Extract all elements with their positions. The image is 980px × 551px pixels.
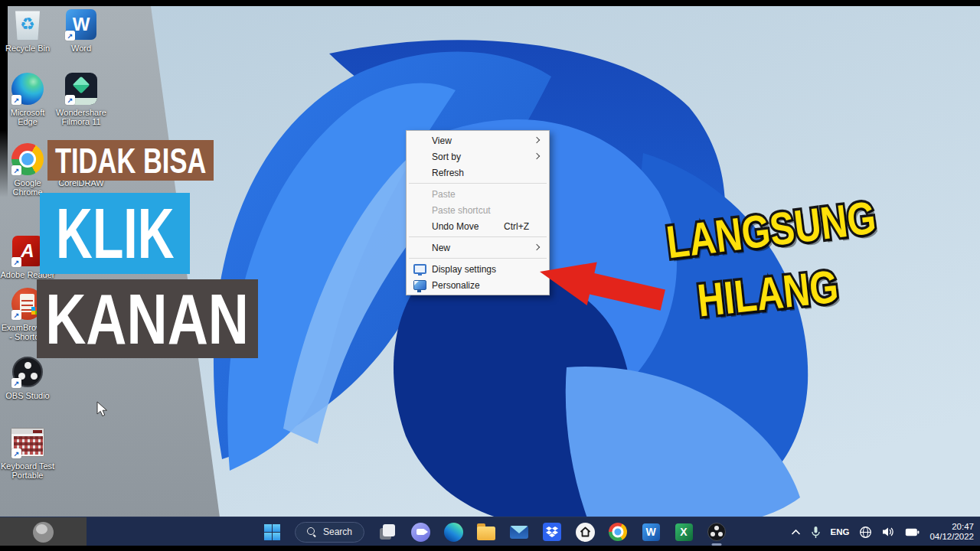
moon-circle-icon (33, 522, 54, 543)
menu-separator (409, 183, 547, 184)
chrome-taskbar-button[interactable] (608, 522, 628, 542)
icon-label: Keyboard Test Portable (0, 461, 55, 480)
red-arrow (532, 241, 685, 325)
excel-icon: X (675, 523, 693, 541)
letterbox-bottom (0, 546, 980, 551)
mouse-cursor (96, 401, 112, 418)
shortcut-arrow-icon: ↗ (65, 31, 75, 41)
menu-separator (409, 236, 547, 237)
banner-tidak-bisa: TIDAK BISA (47, 140, 214, 181)
desktop-context-menu: View Sort by Refresh Paste Paste shortcu… (406, 130, 550, 295)
system-tray: ENG 20:47 04/12/2022 (791, 517, 974, 546)
personalize-icon (413, 280, 426, 290)
excel-taskbar-button[interactable]: X (674, 522, 694, 542)
desktop-icon-word[interactable]: W ↗ Word (54, 8, 109, 53)
menu-item-sort-by[interactable]: Sort by (407, 148, 549, 165)
obs-studio-icon (707, 523, 726, 541)
banner-klik: KLIK (40, 193, 190, 274)
menu-item-paste-shortcut: Paste shortcut (407, 202, 549, 218)
desktop-icon-keyboard-test[interactable]: ↗ Keyboard Test Portable (0, 425, 55, 480)
task-view-button[interactable] (377, 522, 397, 542)
house-icon (576, 523, 595, 542)
shortcut-arrow-icon: ↗ (11, 310, 21, 320)
taskbar: Search (0, 517, 980, 546)
shortcut-arrow-icon: ↗ (11, 378, 21, 388)
menu-item-undo-move[interactable]: Undo Move Ctrl+Z (407, 218, 549, 234)
menu-item-paste: Paste (407, 186, 549, 202)
shortcut-arrow-icon: ↗ (11, 165, 21, 175)
display-settings-icon (413, 264, 426, 274)
windows-logo-icon (264, 524, 280, 540)
search-label: Search (323, 527, 352, 537)
edge-taskbar-button[interactable] (443, 522, 463, 542)
desktop-icon-obs-studio[interactable]: ↗ OBS Studio (0, 355, 55, 400)
shortcut-arrow-icon: ↗ (11, 448, 21, 458)
icon-label: Wondershare Filmora 11 (54, 108, 109, 126)
obs-taskbar-button[interactable] (707, 522, 727, 542)
taskbar-corner-overlay (0, 517, 87, 546)
microphone-icon[interactable] (811, 526, 821, 539)
desktop-icon-filmora[interactable]: ↗ Wondershare Filmora 11 (54, 72, 109, 126)
file-explorer-button[interactable] (476, 522, 496, 542)
battery-icon[interactable] (905, 528, 920, 536)
submenu-chevron-icon (534, 153, 540, 159)
start-button[interactable] (262, 522, 282, 542)
language-indicator[interactable]: ENG (831, 527, 850, 536)
menu-item-display-settings[interactable]: Display settings (407, 261, 549, 277)
folder-icon (477, 527, 495, 540)
letterbox-top (0, 0, 980, 6)
dropbox-icon (543, 523, 561, 541)
taskbar-center-icons: Search (262, 517, 727, 546)
menu-separator (409, 258, 547, 259)
shortcut-arrow-icon: ↗ (11, 95, 21, 105)
icon-label: Recycle Bin (5, 44, 50, 53)
chat-button[interactable] (410, 522, 430, 542)
menu-item-personalize[interactable]: Personalize (407, 277, 549, 293)
search-box[interactable]: Search (295, 522, 364, 543)
icon-label: Word (71, 44, 91, 53)
menu-item-refresh[interactable]: Refresh (407, 165, 549, 181)
screen: ♻ Recycle Bin W ↗ Word ↗ Microsoft Edge … (0, 0, 980, 551)
menu-item-view[interactable]: View (407, 132, 549, 148)
banner-kanan: KANAN (37, 279, 258, 358)
word-icon: W (642, 523, 660, 541)
mail-button[interactable] (509, 522, 529, 542)
volume-icon[interactable] (882, 527, 895, 537)
tray-chevron-up-icon[interactable] (791, 529, 801, 536)
icon-label: OBS Studio (5, 391, 49, 400)
icon-label: Microsoft Edge (0, 108, 55, 126)
word-taskbar-button[interactable]: W (641, 522, 661, 542)
desktop-icon-recycle-bin[interactable]: ♻ Recycle Bin (0, 8, 55, 53)
menu-item-new[interactable]: New (407, 240, 549, 256)
keyboard-shortcut: Ctrl+Z (504, 221, 529, 232)
network-globe-icon[interactable] (859, 526, 872, 539)
submenu-chevron-icon (534, 137, 540, 143)
shortcut-arrow-icon: ↗ (11, 257, 21, 267)
recycle-bin-icon: ♻ (15, 9, 40, 40)
chrome-icon (609, 523, 627, 541)
edge-icon (444, 523, 463, 542)
chat-camera-icon (411, 523, 430, 542)
tray-clock[interactable]: 20:47 04/12/2022 (929, 522, 974, 542)
tray-time: 20:47 (929, 522, 974, 532)
home-app-button[interactable] (575, 522, 595, 542)
tray-date: 04/12/2022 (929, 532, 974, 542)
desktop-icon-microsoft-edge[interactable]: ↗ Microsoft Edge (0, 72, 55, 126)
mail-icon (510, 526, 528, 539)
shortcut-arrow-icon: ↗ (65, 95, 75, 105)
search-icon (307, 527, 317, 537)
dropbox-button[interactable] (542, 522, 562, 542)
